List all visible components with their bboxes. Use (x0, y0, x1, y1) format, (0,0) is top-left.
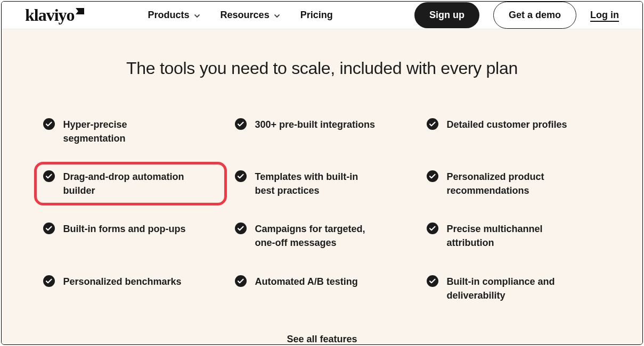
feature-label: 300+ pre-built integrations (255, 118, 376, 131)
feature-label: Templates with built-in best practices (255, 170, 378, 197)
check-circle-icon (43, 170, 55, 182)
feature-item: Personalized product recommendations (423, 168, 605, 200)
brand-logo-text: klaviyo (25, 5, 75, 25)
nav-products[interactable]: Products (148, 10, 199, 21)
feature-label: Precise multichannel attribution (447, 222, 569, 250)
check-circle-icon (235, 223, 247, 234)
header-actions: Sign up Get a demo Log in (414, 2, 619, 29)
feature-label: Built-in forms and pop-ups (63, 222, 186, 236)
nav-resources[interactable]: Resources (221, 10, 279, 21)
check-circle-icon (43, 223, 55, 234)
feature-label: Built-in compliance and deliverability (447, 275, 569, 302)
feature-label: Detailed customer profiles (447, 118, 567, 131)
feature-item-highlighted: Drag-and-drop automation builder (40, 168, 221, 200)
feature-label: Automated A/B testing (255, 275, 358, 289)
see-all-features-link[interactable]: See all features (287, 334, 357, 345)
chevron-down-icon (194, 13, 199, 18)
feature-item: Built-in compliance and deliverability (423, 273, 605, 304)
main-nav: Products Resources Pricing (148, 10, 333, 21)
check-circle-icon (235, 170, 247, 182)
login-link[interactable]: Log in (590, 10, 619, 21)
feature-item: Detailed customer profiles (423, 116, 605, 147)
features-grid: Hyper-precise segmentation 300+ pre-buil… (40, 116, 605, 304)
feature-label: Hyper-precise segmentation (63, 118, 186, 145)
nav-products-label: Products (148, 10, 190, 21)
feature-item: Automated A/B testing (232, 273, 413, 304)
feature-label: Drag-and-drop automation builder (63, 170, 186, 197)
feature-item: Precise multichannel attribution (423, 220, 605, 252)
check-circle-icon (427, 118, 438, 130)
nav-resources-label: Resources (221, 10, 270, 21)
feature-label: Personalized benchmarks (63, 275, 182, 289)
feature-item: Hyper-precise segmentation (40, 116, 221, 147)
check-circle-icon (427, 223, 438, 234)
check-circle-icon (43, 118, 55, 130)
feature-item: 300+ pre-built integrations (232, 116, 413, 147)
check-circle-icon (427, 275, 438, 287)
site-header: klaviyo Products Resources Pricing Sign … (2, 2, 642, 29)
brand-logo[interactable]: klaviyo (25, 5, 84, 25)
feature-label: Campaigns for targeted, one-off messages (255, 222, 378, 250)
get-demo-button[interactable]: Get a demo (493, 2, 576, 29)
check-circle-icon (235, 118, 247, 130)
nav-pricing[interactable]: Pricing (300, 10, 333, 21)
feature-label: Personalized product recommendations (447, 170, 569, 197)
feature-item: Campaigns for targeted, one-off messages (232, 220, 413, 252)
feature-item: Personalized benchmarks (40, 273, 221, 304)
main-content: The tools you need to scale, included wi… (2, 29, 642, 345)
feature-item: Built-in forms and pop-ups (40, 220, 221, 252)
feature-item: Templates with built-in best practices (232, 168, 413, 200)
section-title: The tools you need to scale, included wi… (25, 59, 619, 78)
chevron-down-icon (274, 13, 279, 18)
signup-button[interactable]: Sign up (414, 2, 479, 28)
check-circle-icon (427, 170, 438, 182)
nav-pricing-label: Pricing (300, 10, 333, 21)
check-circle-icon (43, 275, 55, 287)
brand-logo-flag-icon (76, 8, 84, 14)
check-circle-icon (235, 275, 247, 287)
